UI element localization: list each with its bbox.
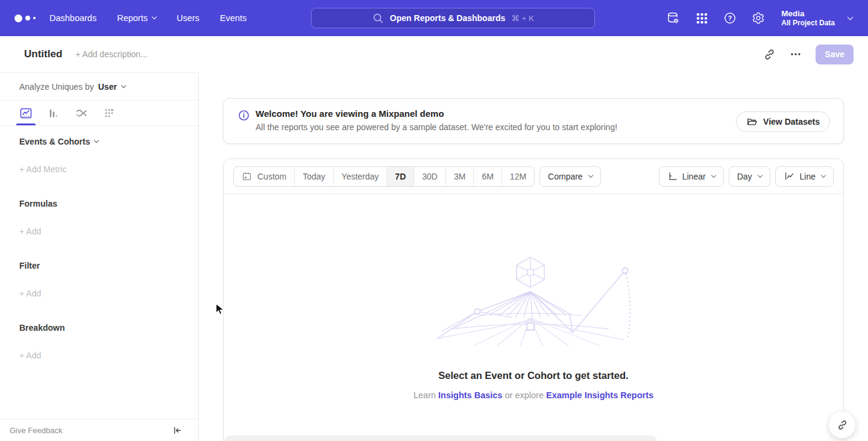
- add-breakdown-label: + Add: [19, 351, 41, 360]
- banner-title: Welcome! You are viewing a Mixpanel demo: [256, 108, 617, 119]
- nav-events[interactable]: Events: [220, 13, 247, 23]
- chevron-down-icon: [848, 14, 854, 20]
- query-builder-sidebar: Analyze Uniques by User: [0, 72, 199, 441]
- range-7d-label: 7D: [395, 172, 406, 181]
- analyze-row: Analyze Uniques by User: [0, 73, 198, 101]
- settings-gear-icon[interactable]: [752, 11, 765, 25]
- section-filter: Filter + Add: [19, 260, 198, 299]
- range-30d-label: 30D: [422, 172, 438, 181]
- chevron-down-icon: [821, 172, 826, 177]
- more-options-icon[interactable]: [790, 52, 801, 56]
- range-today-label: Today: [303, 172, 325, 181]
- empty-state-title: Select an Event or Cohort to get started…: [224, 370, 843, 381]
- view-datasets-label: View Datasets: [763, 117, 820, 127]
- data-governance-icon[interactable]: [666, 11, 681, 25]
- insights-chart-card: Custom Today Yesterday 7D 30D 3M 6M 12M …: [223, 158, 844, 441]
- share-link-fab[interactable]: [828, 411, 856, 439]
- report-title[interactable]: Untitled: [24, 48, 62, 60]
- range-12m[interactable]: 12M: [502, 167, 534, 186]
- range-30d[interactable]: 30D: [414, 167, 445, 186]
- calendar-icon: [242, 171, 252, 181]
- empty-state-hint: Learn Insights Basics or explore Example…: [224, 390, 843, 400]
- nav-dashboards-label: Dashboards: [49, 13, 96, 23]
- save-button[interactable]: Save: [816, 45, 854, 64]
- range-3m-label: 3M: [454, 172, 465, 181]
- view-datasets-button[interactable]: View Datasets: [736, 111, 830, 132]
- compare-label: Compare: [548, 172, 583, 181]
- chevron-down-icon: [94, 138, 99, 143]
- add-breakdown-button[interactable]: + Add: [19, 349, 198, 361]
- range-yesterday[interactable]: Yesterday: [333, 167, 387, 186]
- add-metric-button[interactable]: + Add Metric: [19, 163, 198, 175]
- range-7d[interactable]: 7D: [386, 167, 414, 186]
- analyze-by-dropdown[interactable]: User: [98, 82, 125, 92]
- give-feedback-link[interactable]: Give Feedback: [10, 426, 62, 435]
- example-reports-link[interactable]: Example Insights Reports: [546, 390, 653, 400]
- range-custom-label: Custom: [257, 172, 286, 181]
- add-formula-button[interactable]: + Add: [19, 225, 198, 237]
- scale-label: Linear: [682, 172, 706, 181]
- range-today[interactable]: Today: [294, 167, 333, 186]
- filter-title: Filter: [19, 261, 40, 271]
- info-icon: [238, 110, 250, 143]
- report-description-field[interactable]: + Add description...: [75, 49, 147, 59]
- nav-reports[interactable]: Reports: [117, 13, 156, 23]
- chevron-down-icon: [121, 83, 126, 87]
- range-6m[interactable]: 6M: [473, 167, 501, 186]
- copy-link-icon[interactable]: [763, 48, 776, 61]
- range-custom[interactable]: Custom: [234, 167, 294, 186]
- range-3m[interactable]: 3M: [445, 167, 473, 186]
- nav-dashboards[interactable]: Dashboards: [49, 13, 96, 23]
- linear-axes-icon: [667, 171, 678, 181]
- tab-bar-chart[interactable]: [40, 101, 68, 125]
- chart-type-tabs: [0, 101, 198, 126]
- chevron-down-icon: [588, 172, 593, 177]
- tab-distribution[interactable]: [68, 101, 95, 125]
- chevron-down-icon: [152, 14, 157, 19]
- chart-type-label: Line: [800, 172, 816, 181]
- events-cohorts-title: Events & Cohorts: [19, 137, 90, 146]
- collapse-sidebar-icon[interactable]: [172, 425, 182, 436]
- compare-dropdown[interactable]: Compare: [539, 166, 601, 187]
- welcome-banner: Welcome! You are viewing a Mixpanel demo…: [223, 98, 844, 144]
- banner-subtitle: All the reports you see are powered by a…: [256, 122, 617, 132]
- bar-chart-tab-icon: [47, 107, 60, 120]
- tab-retention-grid[interactable]: [95, 101, 123, 125]
- search-icon: [372, 12, 384, 24]
- range-6m-label: 6M: [482, 172, 493, 181]
- chevron-down-icon: [711, 172, 715, 177]
- range-yesterday-label: Yesterday: [342, 172, 379, 181]
- apps-grid-icon[interactable]: [696, 12, 708, 25]
- interval-dropdown[interactable]: Day: [729, 166, 770, 187]
- line-chart-tab-icon: [19, 107, 33, 120]
- global-search-input[interactable]: Open Reports & Dashboards ⌘ + K: [311, 8, 595, 28]
- insights-basics-link[interactable]: Insights Basics: [438, 390, 502, 400]
- mixpanel-insights-page: Dashboards Reports Users Events Open Rep…: [0, 0, 868, 441]
- mixpanel-logo-icon[interactable]: [14, 14, 39, 22]
- interval-label: Day: [737, 172, 752, 181]
- empty-state: Select an Event or Cohort to get started…: [224, 255, 843, 400]
- tab-insights-line[interactable]: [12, 101, 40, 125]
- distribution-tab-icon: [75, 107, 88, 120]
- events-cohorts-header[interactable]: Events & Cohorts: [19, 136, 198, 148]
- top-nav: Dashboards Reports Users Events Open Rep…: [0, 0, 868, 36]
- help-icon[interactable]: ?: [723, 11, 737, 25]
- add-metric-label: + Add Metric: [19, 164, 66, 174]
- project-dataset: All Project Data: [781, 19, 835, 28]
- add-filter-button[interactable]: + Add: [19, 287, 198, 299]
- svg-text:?: ?: [728, 14, 732, 22]
- search-shortcut: ⌘ + K: [511, 13, 534, 23]
- project-switcher[interactable]: Media All Project Data: [781, 9, 852, 28]
- chart-type-dropdown[interactable]: Line: [775, 166, 834, 187]
- nav-users[interactable]: Users: [177, 13, 200, 23]
- formulas-title: Formulas: [19, 199, 57, 208]
- link-icon: [837, 419, 848, 431]
- section-formulas: Formulas + Add: [19, 198, 198, 237]
- date-range-control: Custom Today Yesterday 7D 30D 3M 6M 12M: [233, 166, 535, 187]
- scale-dropdown[interactable]: Linear: [659, 166, 724, 187]
- hint-middle: or explore: [505, 390, 543, 400]
- nav-events-label: Events: [220, 13, 247, 23]
- nav-reports-label: Reports: [117, 13, 148, 23]
- line-chart-icon: [784, 171, 795, 181]
- analyze-label: Analyze Uniques by: [19, 82, 94, 92]
